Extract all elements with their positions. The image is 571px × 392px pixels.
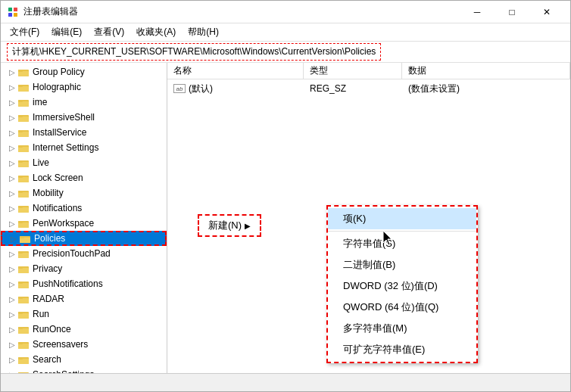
svg-rect-1 bbox=[14, 8, 17, 11]
main-content: ▷ Group Policy ▷ bbox=[1, 63, 570, 373]
submenu-arrow: ▶ bbox=[245, 222, 251, 230]
menu-view[interactable]: 查看(V) bbox=[88, 24, 130, 40]
tree-label: Screensavers bbox=[33, 339, 88, 350]
menu-item-multistring[interactable]: 多字符串值(M) bbox=[328, 318, 476, 339]
svg-rect-3 bbox=[14, 13, 17, 17]
folder-icon bbox=[17, 172, 30, 184]
folder-icon bbox=[17, 187, 30, 199]
tree-label: Mobility bbox=[33, 188, 64, 198]
tree-item-searchsettings[interactable]: ▷ SearchSettings bbox=[1, 367, 167, 373]
minimize-button[interactable]: ─ bbox=[460, 1, 495, 23]
svg-rect-21 bbox=[18, 145, 23, 148]
svg-rect-36 bbox=[18, 221, 23, 223]
tree-item-lock-screen[interactable]: ▷ Lock Screen bbox=[1, 170, 167, 185]
tree-item-live[interactable]: ▷ Live bbox=[1, 155, 167, 170]
svg-rect-30 bbox=[18, 191, 23, 193]
tree-toggle: ▷ bbox=[7, 83, 17, 92]
tree-item-internet-settings[interactable]: ▷ Internet Settings bbox=[1, 140, 167, 155]
svg-rect-50 bbox=[18, 298, 29, 303]
tree-item-ime[interactable]: ▷ ime bbox=[1, 95, 167, 110]
svg-rect-33 bbox=[18, 206, 23, 208]
tree-item-installservice[interactable]: ▷ InstallService bbox=[1, 125, 167, 140]
column-name: 名称 bbox=[167, 63, 304, 79]
tree-item-radar[interactable]: ▷ RADAR bbox=[1, 291, 167, 306]
maximize-button[interactable]: □ bbox=[495, 1, 529, 23]
svg-rect-9 bbox=[18, 85, 23, 87]
window-title: 注册表编辑器 bbox=[23, 5, 460, 18]
tree-item-group-policy[interactable]: ▷ Group Policy bbox=[1, 64, 167, 79]
tree-item-policies[interactable]: ▷ Policies bbox=[1, 231, 167, 246]
menu-item-binary[interactable]: 二进制值(B) bbox=[328, 254, 476, 275]
svg-rect-32 bbox=[18, 207, 29, 213]
tree-item-penworkspace[interactable]: ▷ PenWorkspace bbox=[1, 216, 167, 231]
svg-rect-54 bbox=[18, 312, 23, 314]
svg-rect-35 bbox=[18, 222, 29, 228]
tree-label: PenWorkspace bbox=[33, 218, 94, 229]
folder-icon bbox=[17, 66, 30, 78]
address-path[interactable]: 计算机\HKEY_CURRENT_USER\SOFTWARE\Microsoft… bbox=[7, 43, 381, 61]
close-button[interactable]: ✕ bbox=[529, 1, 564, 23]
menu-favorites[interactable]: 收藏夹(A) bbox=[130, 24, 182, 40]
window-controls: ─ □ ✕ bbox=[460, 1, 564, 23]
folder-icon bbox=[17, 323, 30, 335]
tree-item-immersiveshell[interactable]: ▷ ImmersiveShell bbox=[1, 110, 167, 125]
tree-item-pushnotifications[interactable]: ▷ PushNotifications bbox=[1, 276, 167, 291]
tree-toggle: ▷ bbox=[7, 189, 17, 198]
menu-item-key[interactable]: 项(K) bbox=[328, 208, 476, 229]
tree-label: Search bbox=[33, 354, 61, 365]
tree-label: Group Policy bbox=[33, 67, 85, 77]
svg-rect-47 bbox=[18, 283, 29, 288]
context-menu-overlay: 新建(N) ▶ 项(K) 字符串值(S) 二进制值(B) DWORD (32 位… bbox=[167, 63, 570, 373]
menu-item-qword[interactable]: QWORD (64 位)值(Q) bbox=[328, 297, 476, 318]
tree-item-precisiontouchpad[interactable]: ▷ PrecisionTouchPad bbox=[1, 246, 167, 261]
svg-rect-2 bbox=[8, 13, 12, 17]
table-row[interactable]: ab (默认) REG_SZ (数值未设置) bbox=[167, 81, 570, 96]
address-bar: 计算机\HKEY_CURRENT_USER\SOFTWARE\Microsoft… bbox=[1, 42, 570, 63]
folder-icon bbox=[17, 202, 30, 214]
svg-rect-39 bbox=[20, 236, 24, 238]
menu-item-dword[interactable]: DWORD (32 位)值(D) bbox=[328, 275, 476, 297]
menu-file[interactable]: 文件(F) bbox=[4, 24, 45, 40]
tree-toggle: ▷ bbox=[7, 68, 17, 76]
tree-item-run[interactable]: ▷ Run bbox=[1, 306, 167, 322]
folder-icon bbox=[17, 353, 30, 366]
tree-toggle: ▷ bbox=[7, 174, 17, 182]
svg-rect-62 bbox=[18, 359, 29, 364]
menu-item-expandstring[interactable]: 可扩充字符串值(E) bbox=[328, 339, 476, 360]
tree-item-search[interactable]: ▷ Search bbox=[1, 352, 167, 367]
menu-help[interactable]: 帮助(H) bbox=[182, 24, 225, 40]
tree-label: Lock Screen bbox=[33, 173, 83, 183]
row-type: REG_SZ bbox=[304, 83, 402, 94]
folder-icon bbox=[17, 263, 30, 275]
right-panel: 名称 类型 数据 ab (默认) REG_SZ (数值未设置) bbox=[167, 63, 570, 373]
row-data: (数值未设置) bbox=[402, 82, 570, 95]
svg-rect-8 bbox=[18, 86, 29, 92]
svg-rect-29 bbox=[18, 192, 29, 198]
svg-rect-27 bbox=[18, 176, 23, 178]
tree-toggle: ▷ bbox=[7, 250, 17, 258]
tree-toggle: ▷ bbox=[7, 310, 17, 319]
tree-item-runonce[interactable]: ▷ RunOnce bbox=[1, 322, 167, 337]
menu-edit[interactable]: 编辑(E) bbox=[45, 24, 88, 40]
tree-panel[interactable]: ▷ Group Policy ▷ bbox=[1, 63, 167, 373]
tree-item-privacy[interactable]: ▷ Privacy bbox=[1, 261, 167, 276]
menu-item-string[interactable]: 字符串值(S) bbox=[328, 233, 476, 254]
tree-toggle: ▷ bbox=[7, 114, 17, 122]
default-value-icon: ab bbox=[173, 84, 186, 93]
title-bar: 注册表编辑器 ─ □ ✕ bbox=[1, 1, 570, 23]
tree-item-holographic[interactable]: ▷ Holographic bbox=[1, 79, 167, 95]
status-bar bbox=[1, 373, 570, 391]
new-button[interactable]: 新建(N) ▶ bbox=[198, 214, 261, 237]
tree-item-notifications[interactable]: ▷ Notifications bbox=[1, 201, 167, 216]
tree-item-screensavers[interactable]: ▷ Screensavers bbox=[1, 337, 167, 352]
tree-label: Privacy bbox=[33, 263, 62, 274]
tree-toggle: ▷ bbox=[7, 356, 17, 364]
tree-item-mobility[interactable]: ▷ Mobility bbox=[1, 185, 167, 201]
column-type: 类型 bbox=[304, 63, 402, 79]
table-header: 名称 类型 数据 bbox=[167, 63, 570, 79]
app-icon bbox=[7, 6, 19, 18]
menu-bar: 文件(F) 编辑(E) 查看(V) 收藏夹(A) 帮助(H) bbox=[1, 23, 570, 42]
tree-toggle: ▷ bbox=[7, 204, 17, 213]
svg-rect-18 bbox=[18, 130, 23, 132]
folder-icon bbox=[17, 96, 30, 108]
